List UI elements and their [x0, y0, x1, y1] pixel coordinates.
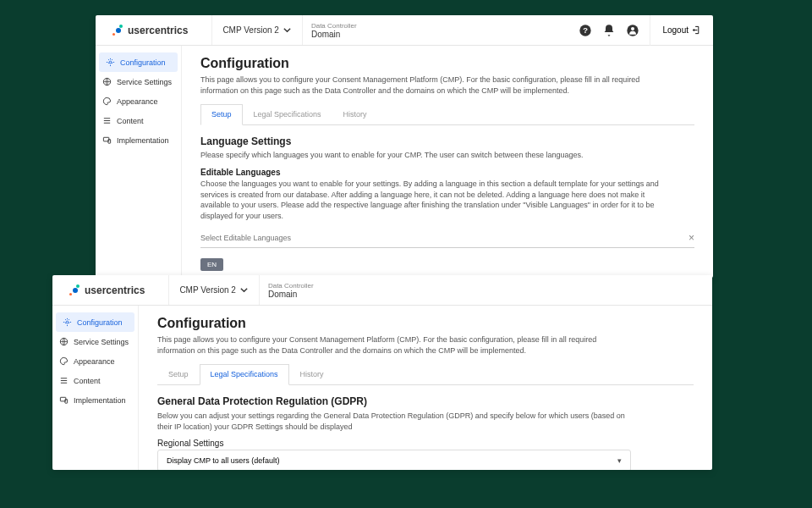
language-chip-en[interactable]: EN	[200, 258, 223, 271]
data-controller-block: Data Controller Domain	[311, 19, 357, 42]
clear-icon[interactable]: ×	[689, 232, 694, 244]
sidebar: Configuration Service Settings Appearanc…	[52, 306, 139, 470]
editable-languages-title: Editable Languages	[200, 168, 694, 177]
data-controller-label: Data Controller	[311, 22, 357, 30]
main-content: Configuration This page allows you to co…	[182, 46, 713, 278]
gear-icon	[106, 58, 115, 67]
logout-button[interactable]: Logout	[650, 15, 701, 46]
page-title: Configuration	[200, 56, 694, 71]
tab-setup[interactable]: Setup	[157, 364, 200, 384]
brand-logo: usercentrics	[104, 25, 196, 36]
page-title: Configuration	[157, 316, 694, 331]
sidebar: Configuration Service Settings Appearanc…	[96, 46, 182, 278]
admin-panel-legal: usercentrics CMP Version 2 Data Controll…	[52, 275, 712, 470]
bell-icon[interactable]	[602, 24, 616, 37]
editable-languages-input[interactable]	[200, 234, 689, 242]
header: usercentrics CMP Version 2 Data Controll…	[96, 15, 713, 46]
globe-icon	[102, 77, 112, 86]
main-content: Configuration This page allows you to co…	[139, 306, 712, 470]
svg-point-3	[631, 27, 634, 30]
chevron-down-icon	[283, 25, 292, 35]
logo-mark-icon	[112, 25, 124, 36]
data-controller-block: Data Controller Domain	[268, 279, 314, 302]
editable-languages-desc: Choose the languages you want to enable …	[200, 179, 674, 221]
gear-icon	[63, 318, 72, 327]
palette-icon	[59, 356, 69, 366]
help-icon[interactable]: ?	[579, 24, 592, 37]
device-icon	[102, 135, 112, 145]
sidebar-item-implementation[interactable]: Implementation	[52, 390, 138, 410]
admin-panel-setup: usercentrics CMP Version 2 Data Controll…	[96, 15, 713, 278]
tab-legal[interactable]: Legal Specifications	[243, 104, 332, 124]
sidebar-item-configuration[interactable]: Configuration	[99, 52, 178, 72]
page-description: This page allows you to configure your C…	[200, 75, 640, 96]
brand-name: usercentrics	[128, 25, 188, 36]
sidebar-item-service-settings[interactable]: Service Settings	[52, 332, 138, 351]
logo-mark-icon	[69, 284, 81, 296]
list-icon	[59, 376, 69, 385]
header-actions: ? Logout	[579, 15, 713, 46]
tabs: Setup Legal Specifications History	[200, 104, 694, 125]
list-icon	[102, 116, 112, 125]
language-settings-desc: Please specify which languages you want …	[200, 151, 694, 159]
tab-history[interactable]: History	[289, 364, 335, 384]
sidebar-item-service-settings[interactable]: Service Settings	[96, 72, 181, 91]
version-selector[interactable]: CMP Version 2	[211, 15, 303, 45]
account-icon[interactable]	[626, 24, 639, 37]
caret-down-icon: ▾	[617, 456, 622, 465]
tab-setup[interactable]: Setup	[200, 104, 243, 125]
header: usercentrics CMP Version 2 Data Controll…	[52, 275, 712, 306]
gdpr-description: Below you can adjust your settings regar…	[157, 411, 631, 432]
tabs: Setup Legal Specifications History	[157, 364, 694, 385]
logout-icon	[692, 25, 701, 35]
sidebar-item-implementation[interactable]: Implementation	[96, 130, 181, 150]
tab-history[interactable]: History	[332, 104, 378, 124]
sidebar-item-appearance[interactable]: Appearance	[96, 91, 181, 111]
sidebar-item-content[interactable]: Content	[96, 111, 181, 130]
data-controller-value: Domain	[268, 290, 314, 299]
page-description: This page allows you to configure your C…	[157, 334, 597, 356]
chevron-down-icon	[239, 285, 249, 295]
globe-icon	[59, 337, 69, 346]
regional-settings-value: Display CMP to all users (default)	[167, 456, 279, 465]
tab-legal[interactable]: Legal Specifications	[200, 364, 289, 385]
svg-point-4	[109, 61, 112, 64]
data-controller-label: Data Controller	[268, 282, 314, 290]
version-selector[interactable]: CMP Version 2	[168, 275, 260, 305]
brand-name: usercentrics	[85, 284, 145, 296]
regional-settings-label: Regional Settings	[157, 439, 694, 448]
device-icon	[59, 395, 69, 405]
brand-logo: usercentrics	[61, 284, 153, 296]
data-controller-value: Domain	[311, 30, 357, 39]
sidebar-item-appearance[interactable]: Appearance	[52, 351, 138, 371]
gdpr-title: General Data Protection Regulation (GDPR…	[157, 395, 694, 407]
sidebar-item-configuration[interactable]: Configuration	[56, 312, 134, 332]
editable-languages-input-row: ×	[200, 229, 694, 248]
sidebar-item-content[interactable]: Content	[52, 371, 138, 390]
svg-point-8	[66, 321, 69, 323]
regional-settings-select[interactable]: Display CMP to all users (default) ▾	[157, 450, 631, 470]
palette-icon	[102, 97, 112, 106]
svg-text:?: ?	[584, 26, 589, 35]
language-settings-title: Language Settings	[200, 135, 694, 147]
